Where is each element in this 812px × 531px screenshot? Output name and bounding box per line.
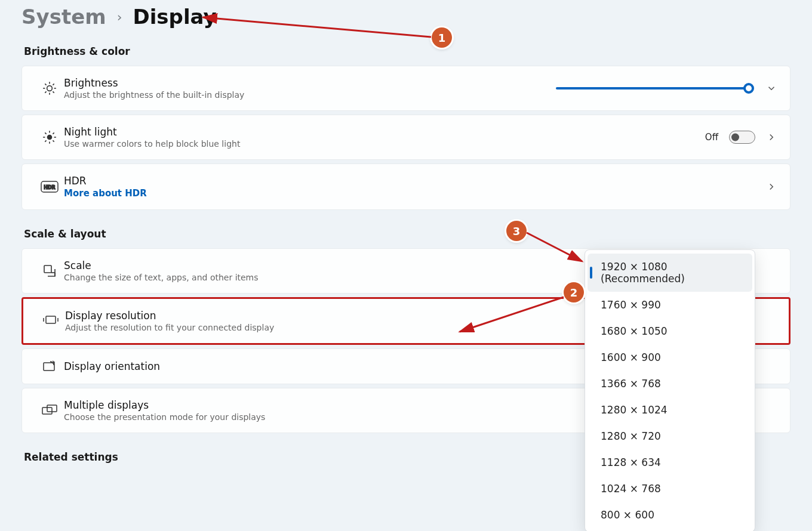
brightness-slider-thumb[interactable] [743, 83, 754, 94]
sun-icon [35, 81, 64, 96]
svg-rect-24 [44, 363, 54, 371]
resolution-option[interactable]: 1128 × 634 [588, 449, 752, 476]
svg-rect-21 [46, 316, 56, 323]
resolution-option[interactable]: 1680 × 1050 [588, 318, 752, 344]
svg-line-8 [53, 84, 54, 85]
svg-line-14 [45, 132, 46, 134]
resolution-option[interactable]: 1024 × 768 [588, 476, 752, 502]
hdr-more-link[interactable]: More about HDR [64, 188, 766, 199]
night-light-row[interactable]: Night light Use warmer colors to help bl… [21, 115, 791, 160]
resolution-option-recommended[interactable]: 1920 × 1080 (Recommended) [588, 254, 752, 292]
chevron-down-icon[interactable] [766, 83, 777, 94]
brightness-title: Brightness [64, 77, 556, 89]
resolution-option[interactable]: 1280 × 1024 [588, 397, 752, 423]
breadcrumb-parent[interactable]: System [21, 5, 106, 29]
multiple-displays-icon [35, 404, 64, 417]
resolution-option[interactable]: 800 × 600 [588, 502, 752, 528]
brightness-sub: Adjust the brightness of the built-in di… [64, 90, 556, 100]
hdr-row[interactable]: HDR HDR More about HDR [21, 163, 791, 210]
svg-line-5 [45, 84, 46, 85]
annotation-badge-3: 3 [506, 221, 527, 241]
resolution-option[interactable]: 1366 × 768 [588, 371, 752, 397]
scale-icon [35, 264, 64, 278]
annotation-badge-1: 1 [432, 27, 452, 48]
brightness-row[interactable]: Brightness Adjust the brightness of the … [21, 66, 791, 111]
svg-line-17 [53, 132, 54, 134]
resolution-option[interactable]: 1760 × 990 [588, 292, 752, 318]
svg-rect-20 [44, 266, 51, 273]
night-light-icon [35, 129, 64, 145]
svg-line-15 [53, 140, 54, 141]
svg-point-0 [47, 86, 53, 91]
resolution-icon [36, 314, 65, 328]
resolution-option[interactable]: 1280 × 720 [588, 423, 752, 449]
breadcrumb: System › Display [21, 5, 791, 29]
annotation-badge-2: 2 [564, 282, 584, 302]
breadcrumb-current: Display [133, 5, 216, 29]
night-light-state-label: Off [705, 132, 718, 143]
svg-line-16 [45, 140, 46, 141]
hdr-title: HDR [64, 175, 766, 187]
svg-text:HDR: HDR [44, 185, 56, 190]
hdr-icon: HDR [35, 181, 64, 193]
section-scale-layout: Scale & layout [24, 228, 791, 240]
svg-point-9 [47, 135, 53, 140]
svg-line-6 [53, 91, 54, 92]
brightness-slider[interactable] [556, 87, 753, 89]
orientation-icon [35, 360, 64, 373]
section-brightness-color: Brightness & color [24, 45, 791, 57]
resolution-dropdown[interactable]: 1920 × 1080 (Recommended)1760 × 9901680 … [585, 249, 755, 531]
chevron-right-icon: › [117, 10, 122, 24]
resolution-option[interactable]: 1600 × 900 [588, 344, 752, 371]
night-light-toggle[interactable] [729, 131, 755, 144]
chevron-right-icon[interactable] [766, 132, 777, 143]
night-light-title: Night light [64, 126, 705, 138]
svg-line-7 [45, 91, 46, 92]
chevron-right-icon[interactable] [766, 181, 777, 192]
night-light-sub: Use warmer colors to help block blue lig… [64, 139, 705, 149]
